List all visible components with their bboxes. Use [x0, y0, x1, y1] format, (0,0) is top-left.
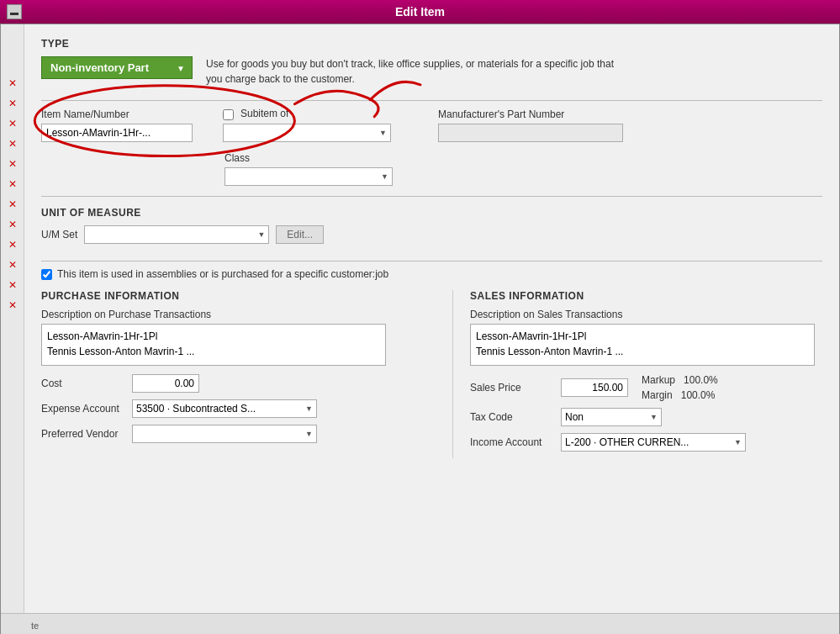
income-account-wrapper: L-200 · OTHER CURREN...: [561, 433, 746, 452]
uom-row: U/M Set Edit...: [41, 225, 822, 244]
markup-value: 100.0%: [684, 374, 718, 386]
preferred-vendor-label: Preferred Vendor: [41, 428, 125, 440]
item-name-row: Item Name/Number Subitem of Manufacturer…: [41, 108, 822, 142]
status-bar: te: [1, 613, 839, 634]
sales-price-row: Sales Price Markup 100.0% Margin 100.0%: [470, 374, 822, 401]
left-icon-2[interactable]: ✕: [4, 95, 21, 112]
sales-desc-line2: Tennis Lesson-Anton Mavrin-1 ...: [476, 344, 809, 359]
sales-desc-label: Description on Sales Transactions: [470, 309, 822, 320]
assembly-checkbox-row: This item is used in assemblies or is pu…: [41, 268, 822, 280]
class-label: Class: [225, 152, 393, 164]
type-section-label: TYPE: [41, 38, 822, 50]
subitem-checkbox[interactable]: [223, 109, 234, 120]
markup-row: Markup 100.0%: [642, 374, 718, 386]
type-description: Use for goods you buy but don't track, l…: [206, 56, 626, 87]
tax-code-label: Tax Code: [470, 411, 554, 423]
expense-account-row: Expense Account 53500 · Subcontracted S.…: [41, 399, 436, 418]
markup-label: Markup: [642, 374, 675, 386]
edit-uom-button[interactable]: Edit...: [276, 225, 324, 244]
sales-desc-group: Description on Sales Transactions Lesson…: [470, 309, 822, 374]
purchase-sales-section: PURCHASE INFORMATION Description on Purc…: [41, 290, 822, 458]
left-icon-1[interactable]: ✕: [4, 75, 21, 92]
left-icon-3[interactable]: ✕: [4, 115, 21, 132]
manufacturer-group: Manufacturer's Part Number: [438, 108, 623, 142]
sales-info-col: SALES INFORMATION Description on Sales T…: [453, 290, 822, 458]
purchase-desc-line2: Tennis Lesson-Anton Mavrin-1 ...: [47, 344, 380, 359]
left-icon-11[interactable]: ✕: [4, 277, 21, 293]
cost-label: Cost: [41, 378, 125, 389]
purchase-header: PURCHASE INFORMATION: [41, 290, 436, 302]
expense-account-label: Expense Account: [41, 403, 125, 415]
preferred-vendor-row: Preferred Vendor: [41, 425, 436, 443]
purchase-desc-line1: Lesson-AMavrin-1Hr-1Pl: [47, 329, 380, 344]
purchase-info-col: PURCHASE INFORMATION Description on Purc…: [41, 290, 453, 458]
status-text: te: [31, 621, 39, 631]
purchase-description-box[interactable]: Lesson-AMavrin-1Hr-1Pl Tennis Lesson-Ant…: [41, 324, 386, 366]
expense-account-select[interactable]: 53500 · Subcontracted S...: [132, 399, 317, 418]
sales-price-input[interactable]: [561, 378, 628, 397]
type-row: Non-inventory Part Use for goods you buy…: [41, 56, 822, 87]
preferred-vendor-select[interactable]: [132, 425, 317, 443]
uom-section: UNIT OF MEASURE U/M Set Edit...: [41, 207, 822, 251]
uom-label: UNIT OF MEASURE: [41, 207, 822, 219]
assembly-checkbox[interactable]: [41, 269, 52, 280]
subitem-label: Subitem of: [240, 108, 288, 119]
margin-label: Margin: [642, 389, 673, 401]
class-select[interactable]: [225, 167, 393, 186]
left-icon-6[interactable]: ✕: [4, 176, 21, 193]
left-icon-9[interactable]: ✕: [4, 236, 21, 253]
main-content: TYPE Non-inventory Part Use for goods yo…: [24, 24, 839, 472]
manufacturer-input[interactable]: [438, 124, 623, 142]
cost-row: Cost: [41, 374, 436, 393]
type-dropdown-wrapper: Non-inventory Part: [41, 56, 193, 79]
left-icon-7[interactable]: ✕: [4, 196, 21, 213]
left-icon-5[interactable]: ✕: [4, 156, 21, 172]
margin-value: 100.0%: [681, 389, 716, 401]
divider-1: [41, 100, 822, 101]
sales-header: SALES INFORMATION: [470, 290, 822, 302]
subitem-row: Subitem of: [223, 108, 391, 120]
minimize-icon: ▬: [10, 8, 18, 17]
divider-3: [41, 261, 822, 262]
tax-code-row: Tax Code Non: [470, 408, 822, 426]
cost-input[interactable]: [132, 374, 199, 393]
assembly-label: This item is used in assemblies or is pu…: [57, 268, 388, 280]
class-group: Class: [225, 152, 393, 186]
purchase-desc-label: Description on Purchase Transactions: [41, 309, 436, 320]
um-set-select[interactable]: [84, 225, 269, 244]
expense-account-wrapper: 53500 · Subcontracted S...: [132, 399, 317, 418]
sales-description-box[interactable]: Lesson-AMavrin-1Hr-1Pl Tennis Lesson-Ant…: [470, 324, 815, 366]
left-icon-8[interactable]: ✕: [4, 216, 21, 233]
manufacturer-label: Manufacturer's Part Number: [438, 108, 623, 120]
item-name-group: Item Name/Number: [41, 108, 193, 142]
tax-code-wrapper: Non: [561, 408, 662, 426]
left-icon-10[interactable]: ✕: [4, 256, 21, 273]
title-bar: ▬ Edit Item: [0, 0, 840, 24]
sales-desc-line1: Lesson-AMavrin-1Hr-1Pl: [476, 329, 809, 344]
class-select-wrapper: [225, 167, 393, 186]
markup-margin-col: Markup 100.0% Margin 100.0%: [642, 374, 718, 401]
subitem-group: Subitem of: [223, 108, 391, 142]
dialog-title: Edit Item: [395, 5, 445, 18]
margin-row: Margin 100.0%: [642, 389, 718, 401]
sales-price-label: Sales Price: [470, 382, 554, 394]
income-account-select[interactable]: L-200 · OTHER CURREN...: [561, 433, 746, 452]
type-dropdown-button[interactable]: Non-inventory Part: [41, 56, 193, 79]
item-name-label: Item Name/Number: [41, 108, 193, 120]
subitem-select-wrapper: [223, 124, 391, 142]
purchase-desc-group: Description on Purchase Transactions Les…: [41, 309, 436, 374]
um-set-label: U/M Set: [41, 229, 77, 240]
left-icon-4[interactable]: ✕: [4, 135, 21, 152]
left-icon-strip: ✕ ✕ ✕ ✕ ✕ ✕ ✕ ✕ ✕ ✕ ✕ ✕: [1, 24, 24, 634]
tax-code-select[interactable]: Non: [561, 408, 662, 426]
income-account-row: Income Account L-200 · OTHER CURREN...: [470, 433, 822, 452]
left-icon-12[interactable]: ✕: [4, 297, 21, 314]
item-name-input[interactable]: [41, 124, 193, 142]
income-account-label: Income Account: [470, 436, 554, 448]
um-set-select-wrapper: [84, 225, 269, 244]
edit-item-dialog: ✕ ✕ ✕ ✕ ✕ ✕ ✕ ✕ ✕ ✕ ✕ ✕ TYPE Non-invento…: [0, 24, 840, 634]
divider-2: [41, 196, 822, 197]
minimize-button[interactable]: ▬: [7, 4, 22, 19]
class-row: Class: [41, 152, 822, 186]
subitem-select[interactable]: [223, 124, 391, 142]
